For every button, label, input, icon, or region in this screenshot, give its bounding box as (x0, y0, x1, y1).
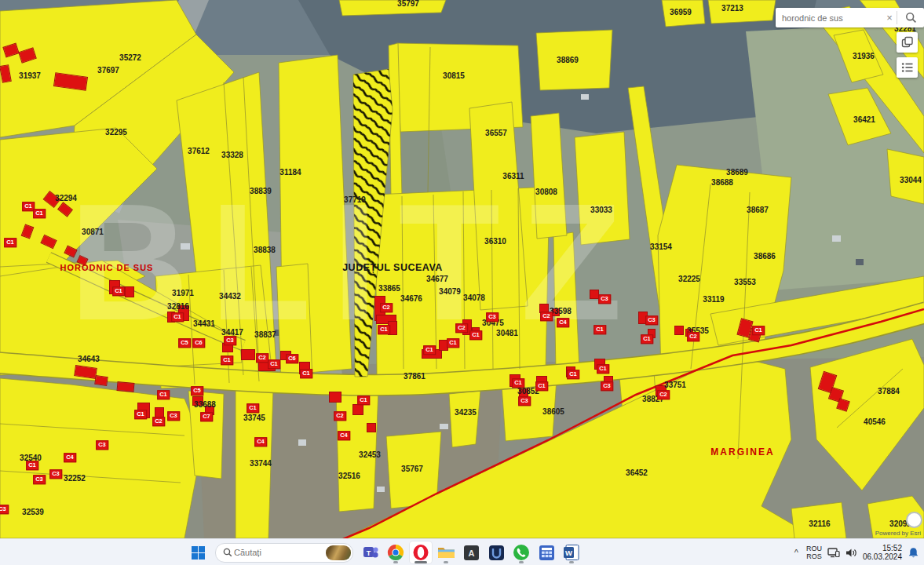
parcel-number-label[interactable]: 33745 (243, 414, 265, 422)
start-button[interactable] (187, 541, 209, 563)
building-label[interactable]: C2 (380, 303, 393, 312)
parcel-number-label[interactable]: 31937 (19, 71, 41, 80)
parcel-number-label[interactable]: 37612 (188, 147, 210, 155)
parcel-number-label[interactable]: 34643 (78, 355, 100, 363)
building-label[interactable]: C1 (752, 326, 765, 335)
parcel-number-label[interactable]: 32116 (809, 519, 830, 528)
building-label[interactable]: C3 (645, 315, 658, 325)
taskbar-icon-word[interactable]: W (561, 541, 583, 563)
building-label[interactable]: C2 (540, 312, 553, 321)
building-label[interactable]: C3 (96, 440, 108, 450)
building-label[interactable]: C1 (247, 403, 259, 413)
parcel-number-label[interactable]: 36421 (853, 115, 875, 124)
network-button[interactable] (827, 547, 840, 558)
building-label[interactable]: C3 (598, 294, 611, 304)
parcel-number-label[interactable]: 38837 (254, 330, 276, 339)
building-label[interactable]: C2 (256, 353, 268, 363)
parcel-number-label[interactable]: 34676 (400, 294, 422, 303)
building-label[interactable]: C5 (178, 338, 191, 348)
taskbar-search-input[interactable] (232, 547, 326, 558)
building-label[interactable]: C1 (157, 390, 170, 399)
parcel-number-label[interactable]: 33751 (664, 381, 686, 389)
building-label[interactable]: C7 (200, 412, 213, 421)
parcel-number-label[interactable]: 34677 (426, 275, 448, 283)
parcel-number-label[interactable]: 34235 (455, 408, 477, 417)
parcel-number-label[interactable]: 32539 (22, 508, 44, 516)
volume-button[interactable] (845, 548, 857, 558)
parcel-number-label[interactable]: 37719 (344, 195, 366, 204)
parcel-number-label[interactable]: 34432 (219, 292, 241, 301)
parcel-number-label[interactable]: 33154 (650, 242, 672, 251)
notifications-button[interactable] (908, 547, 919, 559)
clock[interactable]: 15:52 06.03.2024 (863, 544, 902, 561)
building-label[interactable]: C1 (378, 325, 390, 334)
parcel-number-label[interactable]: 37861 (404, 372, 425, 381)
parcel-number-label[interactable]: 32816 (167, 302, 189, 311)
parcel-number-label[interactable]: 33688 (194, 400, 216, 409)
parcel-number-label[interactable]: 38605 (542, 407, 564, 416)
parcel-number-label[interactable]: 30481 (496, 329, 518, 337)
map-search-input[interactable] (776, 13, 882, 23)
building-label[interactable]: C6 (192, 338, 205, 348)
building-label[interactable]: C1 (447, 338, 459, 348)
building-label[interactable]: C3 (33, 475, 46, 484)
parcel-number-label[interactable]: 32294 (55, 194, 77, 202)
parcel-number-label[interactable]: 31184 (279, 168, 301, 177)
taskbar-icon-teams[interactable]: T (360, 541, 382, 563)
search-highlight-image[interactable] (326, 545, 351, 560)
parcel-number-label[interactable]: 31971 (172, 289, 194, 297)
parcel-number-label[interactable]: 36557 (485, 129, 507, 137)
taskbar-icon-grid-app[interactable] (535, 541, 557, 563)
building-label[interactable]: C4 (338, 431, 350, 440)
building-label[interactable]: C2 (687, 332, 699, 341)
parcel-number-label[interactable]: 33598 (550, 307, 572, 315)
building-label[interactable]: C2 (334, 411, 346, 421)
building-label[interactable]: C1 (567, 370, 579, 379)
parcel-number-label[interactable]: 36311 (502, 172, 524, 180)
parcel-number-label[interactable]: 38869 (557, 56, 579, 64)
building-label[interactable]: C1 (268, 359, 280, 369)
parcel-number-label[interactable]: 32295 (105, 128, 127, 137)
building-label[interactable]: C3 (0, 505, 9, 514)
building-label[interactable]: C1 (512, 378, 524, 388)
parcel-number-label[interactable]: 38686 (754, 252, 776, 261)
building-label[interactable]: C1 (112, 286, 125, 296)
parcel-number-label[interactable]: 36310 (484, 237, 506, 246)
building-label[interactable]: C1 (4, 238, 16, 247)
parcel-number-label[interactable]: 30871 (82, 228, 104, 236)
parcel-number-label[interactable]: 32225 (678, 275, 700, 283)
parcel-number-label[interactable]: 33328 (221, 151, 243, 159)
taskbar-search-box[interactable] (215, 543, 353, 563)
taskbar-icon-whatsapp[interactable] (510, 541, 532, 563)
parcel-number-label[interactable]: 30815 (443, 71, 465, 80)
parcel-number-label[interactable]: 38839 (250, 187, 272, 195)
building-label[interactable]: C1 (300, 369, 312, 378)
building-label[interactable]: C2 (657, 390, 670, 399)
parcel-number-label[interactable]: 34417 (221, 328, 243, 337)
map-search-bar[interactable]: × (776, 8, 924, 27)
language-indicator[interactable]: ROU ROS (806, 545, 822, 560)
parcel-number-label[interactable]: 36959 (670, 8, 692, 16)
parcel-number-label[interactable]: 35272 (119, 53, 141, 62)
taskbar-icon-file-explorer[interactable] (435, 541, 457, 563)
parcel-number-label[interactable]: 35797 (397, 0, 419, 8)
parcel-number-label[interactable]: 32516 (338, 472, 360, 480)
building-label[interactable]: C1 (221, 355, 233, 365)
building-label[interactable]: C6 (286, 354, 298, 363)
parcel-number-label[interactable]: 34078 (463, 293, 485, 302)
building-label[interactable]: C1 (641, 334, 653, 344)
parcel-number-label[interactable]: 33865 (378, 284, 400, 293)
parcel-number-label[interactable]: 30808 (535, 188, 557, 196)
building-label[interactable]: C3 (167, 411, 180, 421)
building-label[interactable]: C3 (224, 336, 236, 345)
building-label[interactable]: C5 (191, 386, 203, 396)
taskbar-icon-app-a[interactable]: A (460, 541, 482, 563)
parcel-number-label[interactable]: 40546 (864, 417, 886, 426)
building-label[interactable]: C1 (171, 312, 184, 322)
building-label[interactable]: C1 (26, 461, 38, 470)
building-label[interactable]: C4 (254, 437, 267, 447)
building-label[interactable]: C1 (593, 325, 606, 334)
building-label[interactable]: C3 (49, 469, 62, 479)
building-label[interactable]: C1 (469, 330, 482, 340)
parcel-number-label[interactable]: 38838 (254, 246, 276, 254)
